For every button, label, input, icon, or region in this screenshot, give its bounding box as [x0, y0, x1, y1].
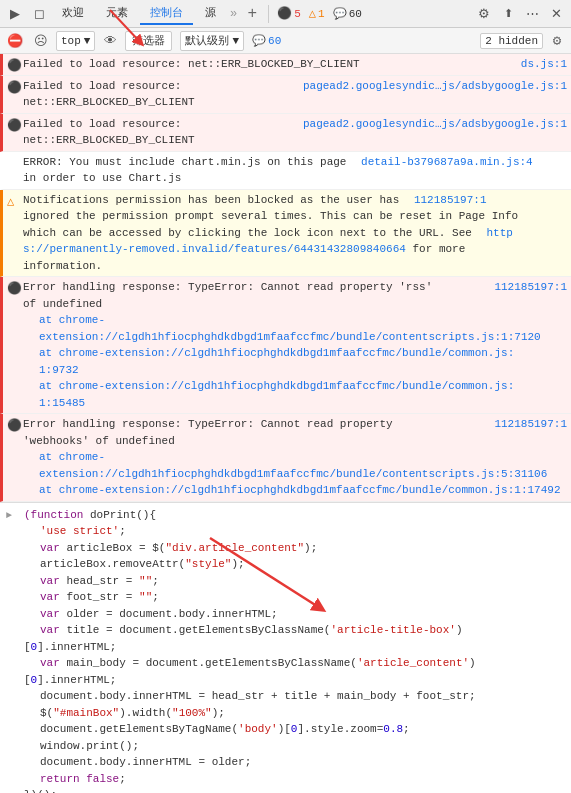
level-select[interactable]: top ▼ [56, 31, 95, 51]
code-line-8: var main_body = document.getElementsByCl… [0, 655, 571, 672]
warn-badge[interactable]: △ 1 [306, 6, 328, 21]
code-text-8b: [0].innerHTML; [24, 672, 116, 689]
stack-line-7-2[interactable]: at chrome-extension://clgdh1hfiocphghdkd… [39, 482, 567, 499]
error-icon-3: ⚫ [7, 117, 22, 135]
code-line-1: 'use strict'; [0, 523, 571, 540]
add-tab-button[interactable]: + [241, 3, 263, 25]
stack-line-7-1[interactable]: at chrome-extension://clgdh1hfiocphghdkd… [39, 449, 567, 482]
warn-count: 1 [318, 8, 325, 20]
log-entry-6: ⚫ Error handling response: TypeError: Ca… [0, 277, 571, 414]
code-line-11: document.getElementsByTagName('body')[0]… [0, 721, 571, 738]
chart-link[interactable]: detail-b379687a9a.min.js:4 [361, 156, 533, 168]
code-text-9: document.body.innerHTML = head_str + tit… [40, 688, 476, 705]
separator [268, 5, 269, 23]
close-icon[interactable]: ✕ [545, 3, 567, 25]
log-text-1: Failed to load resource: net::ERR_BLOCKE… [23, 56, 517, 73]
message-count-area[interactable]: 💬 60 [252, 34, 281, 47]
code-line-10: $("#mainBox").width("100%"); [0, 705, 571, 722]
error-icon-2: ⚫ [7, 79, 22, 97]
chat-icon: 💬 [333, 7, 347, 20]
filter-button[interactable]: 筛选器 [125, 31, 172, 51]
log-text-3: Failed to load resource:net::ERR_BLOCKED… [23, 116, 299, 149]
log-entry-1: ⚫ Failed to load resource: net::ERR_BLOC… [0, 54, 571, 76]
filter-label: 筛选器 [132, 33, 165, 48]
log-source-1[interactable]: ds.js:1 [521, 56, 567, 73]
stack-6: at chrome-extension://clgdh1hfiocphghdkd… [23, 312, 567, 411]
tab-sources[interactable]: 源 [195, 2, 226, 25]
eye-icon[interactable]: 👁 [99, 30, 121, 52]
notif-more-link[interactable]: https://permanently-removed.invalid/feat… [23, 227, 513, 256]
no-filter-icon[interactable]: ☹ [30, 30, 52, 52]
log-entry-3: ⚫ Failed to load resource:net::ERR_BLOCK… [0, 114, 571, 152]
code-text-5: var foot_str = ""; [40, 589, 159, 606]
tab-elements[interactable]: 元素 [96, 2, 138, 25]
log-entry-2: ⚫ Failed to load resource:net::ERR_BLOCK… [0, 76, 571, 114]
cursor-icon[interactable]: ▶ [4, 3, 26, 25]
log-text-4: ERROR: You must include chart.min.js on … [23, 154, 567, 187]
log-source-2[interactable]: pagead2.googlesyndic…js/adsbygoogle.js:1 [303, 78, 567, 95]
code-text-2: var articleBox = $("div.article_content"… [40, 540, 317, 557]
inspect-icon[interactable]: ◻ [28, 3, 50, 25]
log-entry-7: ⚫ Error handling response: TypeError: Ca… [0, 414, 571, 502]
code-text-7b: [0].innerHTML; [24, 639, 116, 656]
more-icon[interactable]: ⋯ [521, 3, 543, 25]
entry-main-4: ERROR: You must include chart.min.js on … [23, 154, 567, 187]
log-text-7: Error handling response: TypeError: Cann… [23, 416, 490, 449]
code-line-3: articleBox.removeAttr("style"); [0, 556, 571, 573]
error-icon-7: ⚫ [7, 417, 22, 435]
code-line-2: var articleBox = $("div.article_content"… [0, 540, 571, 557]
code-line-7: var title = document.getElementsByClassN… [0, 622, 571, 639]
code-text-8: var main_body = document.getElementsByCl… [40, 655, 476, 672]
more-tabs-icon[interactable]: » [228, 7, 239, 21]
code-text-3: articleBox.removeAttr("style"); [40, 556, 245, 573]
hidden-count-badge[interactable]: 2 hidden [480, 33, 543, 49]
warn-icon: △ [309, 6, 316, 21]
tab-welcome[interactable]: 欢迎 [52, 2, 94, 25]
log-source-6[interactable]: 112185197:1 [494, 279, 567, 296]
code-line-8b: [0].innerHTML; [0, 672, 571, 689]
code-text-4: var head_str = ""; [40, 573, 159, 590]
error-icon-1: ⚫ [7, 57, 22, 75]
stack-line-6-2[interactable]: at chrome-extension://clgdh1hfiocphghdkd… [39, 345, 567, 378]
default-level-select[interactable]: 默认级别 ▼ [180, 31, 244, 51]
entry-body-7: Error handling response: TypeError: Cann… [23, 416, 567, 499]
tab-bar: ▶ ◻ 欢迎 元素 控制台 源 » + ⚫ 5 △ 1 💬 60 ⚙ ⬆ ⋯ ✕ [0, 0, 571, 28]
info-badge[interactable]: 💬 60 [330, 7, 365, 20]
level-dropdown-icon: ▼ [84, 35, 91, 47]
code-text-10: $("#mainBox").width("100%"); [40, 705, 225, 722]
message-count-value: 60 [268, 35, 281, 47]
stack-line-6-3[interactable]: at chrome-extension://clgdh1hfiocphghdkd… [39, 378, 567, 411]
log-source-7[interactable]: 112185197:1 [494, 416, 567, 433]
code-section: ► (function doPrint(){ 'use strict'; var… [0, 502, 571, 794]
filter-bar: ⛔ ☹ top ▼ 👁 筛选器 默认级别 ▼ 💬 60 2 hidden ⚙ [0, 28, 571, 54]
code-line-0[interactable]: ► (function doPrint(){ [0, 507, 571, 524]
tab-console[interactable]: 控制台 [140, 2, 193, 25]
code-text-6: var older = document.body.innerHTML; [40, 606, 278, 623]
log-entry-4: ERROR: You must include chart.min.js on … [0, 152, 571, 190]
error-badge[interactable]: ⚫ 5 [274, 6, 304, 21]
log-source-3[interactable]: pagead2.googlesyndic…js/adsbygoogle.js:1 [303, 116, 567, 133]
stack-line-6-1[interactable]: at chrome-extension://clgdh1hfiocphghdkd… [39, 312, 567, 345]
console-settings-icon[interactable]: ⚙ [547, 31, 567, 51]
notif-source-link[interactable]: 112185197:1 [414, 194, 487, 206]
code-text-15: })(); [24, 787, 57, 793]
log-text-5: Notifications permission has been blocke… [23, 192, 567, 275]
code-line-5: var foot_str = ""; [0, 589, 571, 606]
log-text-2: Failed to load resource:net::ERR_BLOCKED… [23, 78, 299, 111]
code-text-13: document.body.innerHTML = older; [40, 754, 251, 771]
log-text-6: Error handling response: TypeError: Cann… [23, 279, 490, 312]
code-text-0: (function doPrint(){ [24, 507, 156, 524]
entry-body-6: Error handling response: TypeError: Cann… [23, 279, 567, 411]
dock-icon[interactable]: ⬆ [497, 3, 519, 25]
settings-icon[interactable]: ⚙ [473, 3, 495, 25]
code-line-13: document.body.innerHTML = older; [0, 754, 571, 771]
hidden-count-label: 2 hidden [485, 35, 538, 47]
code-text-11: document.getElementsByTagName('body')[0]… [40, 721, 410, 738]
level-select-label: top [61, 35, 81, 47]
clear-console-icon[interactable]: ⛔ [4, 30, 26, 52]
code-line-7b: [0].innerHTML; [0, 639, 571, 656]
code-text-12: window.print(); [40, 738, 139, 755]
entry-main-6: Error handling response: TypeError: Cann… [23, 279, 567, 312]
default-level-dropdown-icon: ▼ [232, 35, 239, 47]
entry-main-1: Failed to load resource: net::ERR_BLOCKE… [23, 56, 567, 73]
